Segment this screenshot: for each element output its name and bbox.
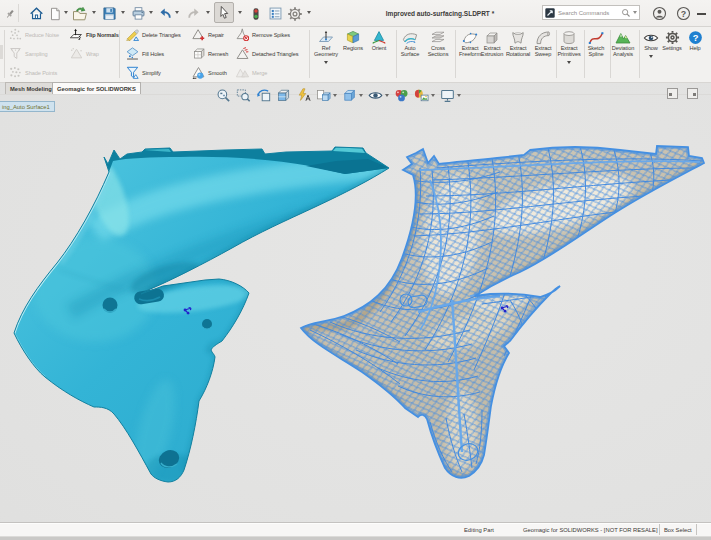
show-caret[interactable] xyxy=(649,55,653,58)
ref-geometry-caret[interactable] xyxy=(324,61,328,64)
status-tool: Box Select xyxy=(664,525,692,535)
save-button[interactable] xyxy=(100,4,118,23)
ribbon-button-delete-triangles[interactable]: Delete Triangles xyxy=(126,28,181,41)
ribbon-button-reduce-noise[interactable]: Reduce Noise xyxy=(9,28,59,41)
ribbon-button-help[interactable]: Help xyxy=(678,29,711,79)
new-document-caret[interactable] xyxy=(64,11,68,14)
simplify-icon xyxy=(126,66,139,79)
open-caret[interactable] xyxy=(92,11,96,14)
ribbon-button-fill-holes[interactable]: Fill Holes xyxy=(126,47,164,60)
extract-primitives-icon xyxy=(561,30,577,46)
extract-primitives-caret[interactable] xyxy=(567,61,571,64)
status-product: Geomagic for SOLIDWORKS - [NOT FOR RESAL… xyxy=(523,525,658,535)
remove-spikes-icon xyxy=(236,28,249,41)
extract-sweep-icon xyxy=(535,30,551,46)
ribbon-button-orient[interactable]: Orient xyxy=(362,29,396,79)
home-button[interactable] xyxy=(27,4,45,23)
search-caret[interactable] xyxy=(633,11,637,14)
tab-mesh-modeling[interactable]: Mesh Modeling xyxy=(5,82,57,94)
remesh-icon xyxy=(192,47,205,60)
extract-rotational-icon xyxy=(510,30,526,46)
clipped-icon xyxy=(0,45,3,59)
undo-caret[interactable] xyxy=(175,11,179,14)
new-document-button[interactable] xyxy=(46,4,64,23)
tab-geomagic[interactable]: Geomagic for SOLIDWORKS xyxy=(52,82,141,94)
solidworks-window: ? xyxy=(0,0,711,540)
status-mode: Editing Part xyxy=(464,525,494,535)
ribbon-button-remesh[interactable]: Remesh xyxy=(192,47,228,60)
ribbon-button-cross-sections[interactable]: Cross Sections xyxy=(421,29,455,79)
save-caret[interactable] xyxy=(121,11,125,14)
detached-triangles-icon xyxy=(236,47,249,60)
gear-icon[interactable] xyxy=(286,4,304,23)
print-caret[interactable] xyxy=(149,11,153,14)
redo-button[interactable] xyxy=(184,4,202,23)
ribbon-button-sampling[interactable]: Sampling xyxy=(9,47,48,60)
search-icon[interactable] xyxy=(621,8,631,18)
ribbon-button-wrap[interactable]: Wrap xyxy=(70,47,99,60)
command-tabs: Mesh Modeling Geomagic for SOLIDWORKS xyxy=(0,82,711,94)
help-icon xyxy=(688,30,703,45)
ref-geometry-icon xyxy=(318,30,334,46)
solidworks-search-logo-icon xyxy=(545,8,555,18)
search-input[interactable]: Search Commands xyxy=(555,10,621,16)
redo-caret[interactable] xyxy=(206,11,210,14)
cross-sections-icon xyxy=(430,30,446,46)
deviation-analysis-icon xyxy=(615,30,631,46)
orient-icon xyxy=(371,30,387,46)
traffic-light-icon[interactable] xyxy=(247,4,265,23)
shade-points-icon xyxy=(9,66,22,79)
document-title: Improved auto-surfacing.SLDPRT * xyxy=(340,0,540,27)
gear-caret[interactable] xyxy=(307,11,311,14)
wrap-icon xyxy=(70,47,83,60)
extract-extrusion-icon xyxy=(484,30,500,46)
model-scan-mesh[interactable] xyxy=(14,147,389,484)
reduce-noise-icon xyxy=(9,28,22,41)
status-bottom-strip xyxy=(0,536,711,540)
command-manager-ribbon: Reduce Noise Sampling Shade Points Flip … xyxy=(0,27,711,82)
auto-surface-icon xyxy=(402,30,418,46)
search-box[interactable]: Search Commands xyxy=(542,5,640,20)
print-button[interactable] xyxy=(129,4,147,23)
flip-normals-icon xyxy=(69,28,83,41)
ribbon-button-remove-spikes[interactable]: Remove Spikes xyxy=(236,28,290,41)
fill-holes-icon xyxy=(126,47,139,60)
undo-button[interactable] xyxy=(156,4,174,23)
graphics-area[interactable]: ing_Auto Surface1 xyxy=(0,83,711,522)
open-button[interactable] xyxy=(71,4,89,23)
status-bar: Editing Part Geomagic for SOLIDWORKS - [… xyxy=(0,522,711,540)
title-bar: Improved auto-surfacing.SLDPRT * Search … xyxy=(0,0,711,27)
ribbon-button-flip-normals[interactable]: Flip Normals xyxy=(69,28,119,41)
select-button[interactable] xyxy=(214,2,234,23)
help-outline-icon[interactable] xyxy=(674,4,692,23)
smooth-icon xyxy=(192,66,205,79)
ribbon-button-shade-points[interactable]: Shade Points xyxy=(9,66,57,79)
ribbon-button-smooth[interactable]: Smooth xyxy=(192,66,227,79)
ribbon-button-detached-triangles[interactable]: Detached Triangles xyxy=(236,47,298,60)
sketch-spline-icon xyxy=(588,30,604,46)
ribbon-button-merge[interactable]: Merge xyxy=(236,66,267,79)
repair-icon xyxy=(192,28,205,41)
model-auto-surface[interactable] xyxy=(301,146,704,478)
delete-triangles-icon xyxy=(126,28,139,41)
regions-icon xyxy=(345,30,361,46)
pin-icon[interactable] xyxy=(3,4,16,23)
ribbon-button-simplify[interactable]: Simplify xyxy=(126,66,161,79)
user-account-icon[interactable] xyxy=(650,4,668,23)
sampling-icon xyxy=(9,47,22,60)
minimize-button[interactable] xyxy=(697,13,706,15)
task-list-icon[interactable] xyxy=(266,4,284,23)
select-caret[interactable] xyxy=(238,11,242,14)
ribbon-button-repair[interactable]: Repair xyxy=(192,28,224,41)
merge-icon xyxy=(236,66,249,79)
feature-manager-collapsed-tab[interactable]: ing_Auto Surface1 xyxy=(0,101,55,112)
